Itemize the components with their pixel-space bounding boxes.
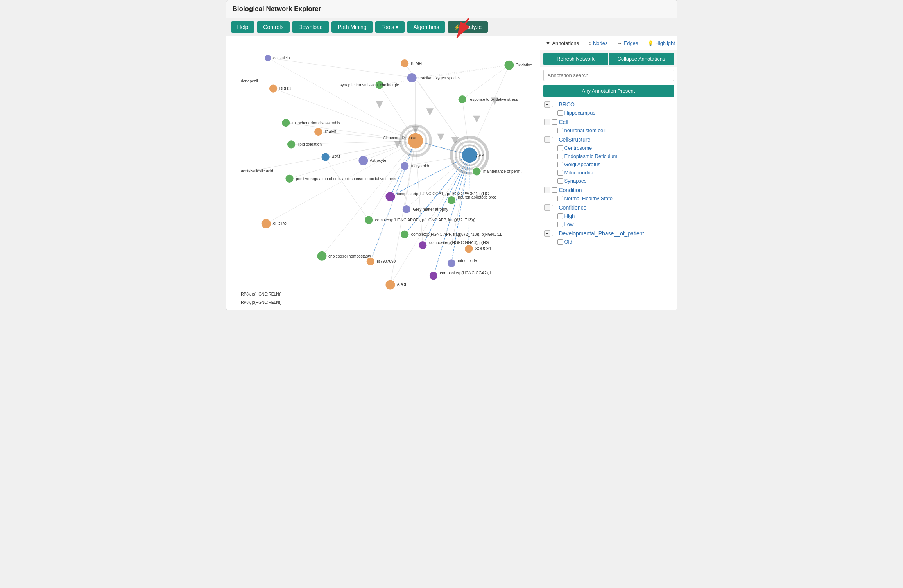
checkbox-confidence[interactable] (552, 205, 557, 210)
node-rs7907690[interactable] (366, 257, 374, 266)
collapse-brco[interactable]: − (544, 101, 550, 108)
checkbox-brco[interactable] (552, 102, 557, 107)
node-app[interactable] (461, 147, 477, 163)
checkbox-high[interactable] (557, 213, 563, 219)
tree-child-er[interactable]: Endoplasmic Reticulum (543, 152, 674, 160)
tree-child-centrosome[interactable]: Centrosome (543, 144, 674, 152)
tab-annotations[interactable]: ▼ Annotations (544, 39, 581, 47)
checkbox-old[interactable] (557, 239, 563, 245)
node-capsaicin[interactable] (264, 54, 271, 61)
tree-child-normal-healthy[interactable]: Normal Healthy State (543, 194, 674, 203)
checkbox-condition[interactable] (552, 187, 557, 193)
collapse-confidence[interactable]: − (544, 204, 550, 211)
checkbox-hippocampus[interactable] (557, 110, 563, 116)
svg-text:positive regulation of cellula: positive regulation of cellular response… (296, 177, 396, 181)
node-pos-reg[interactable] (285, 174, 294, 183)
tree-group-header-cellstructure[interactable]: − CellStructure (543, 135, 674, 144)
svg-text:SLC1A2: SLC1A2 (272, 222, 287, 226)
node-slc1a2[interactable] (261, 219, 271, 229)
app-title: Biological Network Explorer (233, 5, 321, 13)
svg-marker-55 (437, 134, 444, 141)
tree-group-header-developmental[interactable]: − Developmental_Phase__of_patient (543, 229, 674, 238)
checkbox-mitochondria[interactable] (557, 170, 563, 176)
node-complex-apoe[interactable] (364, 216, 373, 224)
node-apoe[interactable] (385, 280, 395, 290)
node-complex-app[interactable] (400, 230, 409, 239)
checkbox-low[interactable] (557, 222, 563, 227)
algorithms-button[interactable]: Algorithms (407, 21, 445, 33)
node-astrocyte[interactable] (358, 156, 368, 166)
network-area[interactable]: capsaicin DDIT3 donepezil BLMH reactive … (226, 36, 540, 310)
node-response-oxidative[interactable] (458, 95, 466, 104)
node-ros[interactable] (407, 73, 417, 83)
node-blmh[interactable] (400, 59, 409, 68)
svg-text:cholesterol homeostasis: cholesterol homeostasis (328, 254, 371, 258)
node-mito-disassembly[interactable] (281, 118, 290, 127)
tree-child-synapses[interactable]: Synapses (543, 177, 674, 185)
controls-button[interactable]: Controls (257, 21, 290, 33)
tab-highlight[interactable]: 💡 Highlight (646, 39, 677, 47)
collapse-cellstructure[interactable]: − (544, 136, 550, 143)
checkbox-normal-healthy[interactable] (557, 196, 563, 201)
node-sorcs1[interactable] (464, 244, 473, 253)
node-lipid-oxidation[interactable] (287, 140, 296, 149)
svg-text:composite(p(HGNC:GGA2), l: composite(p(HGNC:GGA2), l (440, 271, 491, 275)
node-a2m[interactable] (321, 153, 330, 161)
tools-button[interactable]: Tools ▾ (375, 21, 405, 33)
checkbox-centrosome[interactable] (557, 145, 563, 151)
svg-text:A2M: A2M (332, 155, 340, 159)
tree-group-header-cell[interactable]: − Cell (543, 118, 674, 126)
collapse-developmental[interactable]: − (544, 230, 550, 237)
node-cholesterol[interactable] (317, 251, 327, 261)
checkbox-synapses[interactable] (557, 178, 563, 184)
help-button[interactable]: Help (231, 21, 255, 33)
node-composite-gga1[interactable] (385, 192, 395, 202)
tree-child-neuronal[interactable]: neuronal stem cell (543, 126, 674, 134)
any-annotation-button[interactable]: Any Annotation Present (543, 85, 674, 97)
node-icam1[interactable] (314, 127, 322, 136)
tab-edges[interactable]: → Edges (615, 39, 640, 47)
svg-text:maintenance of perm...: maintenance of perm... (483, 169, 524, 174)
collapse-condition[interactable]: − (544, 187, 550, 193)
tree-group-header-confidence[interactable]: − Confidence (543, 203, 674, 212)
checkbox-cell[interactable] (552, 119, 557, 125)
refresh-network-button[interactable]: Refresh Network (543, 53, 608, 65)
tab-nodes[interactable]: ○ Nodes (587, 39, 609, 47)
node-maintenance[interactable] (472, 167, 481, 176)
collapse-annotations-button[interactable]: Collapse Annotations (609, 53, 674, 65)
node-oxidative[interactable] (504, 60, 514, 70)
tree-child-low[interactable]: Low (543, 220, 674, 228)
tree-group-header-brco[interactable]: − BRCO (543, 100, 674, 109)
tree-child-hippocampus[interactable]: Hippocampus (543, 109, 674, 117)
svg-line-12 (268, 58, 416, 78)
annotation-search-input[interactable] (543, 70, 674, 81)
sidebar: ▼ Annotations ○ Nodes → Edges 💡 Highligh… (540, 36, 677, 310)
node-ddit3[interactable] (269, 84, 278, 93)
tree-child-golgi[interactable]: Golgi Apparatus (543, 160, 674, 169)
confidence-label: Confidence (559, 204, 587, 211)
checkbox-developmental[interactable] (552, 231, 557, 236)
download-button[interactable]: Download (292, 21, 329, 33)
checkbox-neuronal[interactable] (557, 128, 563, 133)
node-grey-matter[interactable] (402, 205, 410, 213)
toolbar: Help Controls Download Path Mining Tools… (226, 18, 677, 36)
node-triglyceride[interactable] (400, 162, 409, 170)
checkbox-cellstructure[interactable] (552, 137, 557, 142)
node-nitric-oxide[interactable] (447, 259, 455, 267)
checkbox-er[interactable] (557, 154, 563, 159)
tree-child-high[interactable]: High (543, 212, 674, 220)
tree-child-old[interactable]: Old (543, 238, 674, 246)
analyze-button[interactable]: ⚡ Analyze (448, 21, 488, 33)
collapse-cell[interactable]: − (544, 119, 550, 125)
path-mining-button[interactable]: Path Mining (331, 21, 373, 33)
svg-text:complex(p(HGNC:APOE), p(HGNC:A: complex(p(HGNC:APOE), p(HGNC:APP, frag(6… (375, 218, 475, 222)
node-composite-gga3[interactable] (418, 241, 427, 249)
tree-child-mitochondria[interactable]: Mitochondria (543, 169, 674, 177)
checkbox-golgi[interactable] (557, 162, 563, 167)
header: Biological Network Explorer (226, 0, 677, 18)
node-composite-gga2[interactable] (429, 271, 437, 280)
node-neuron-apoptotic[interactable] (447, 196, 455, 204)
search-row (540, 67, 677, 83)
tree-group-header-condition[interactable]: − Condition (543, 186, 674, 194)
tree-group-condition: − Condition Normal Healthy State (543, 186, 674, 203)
